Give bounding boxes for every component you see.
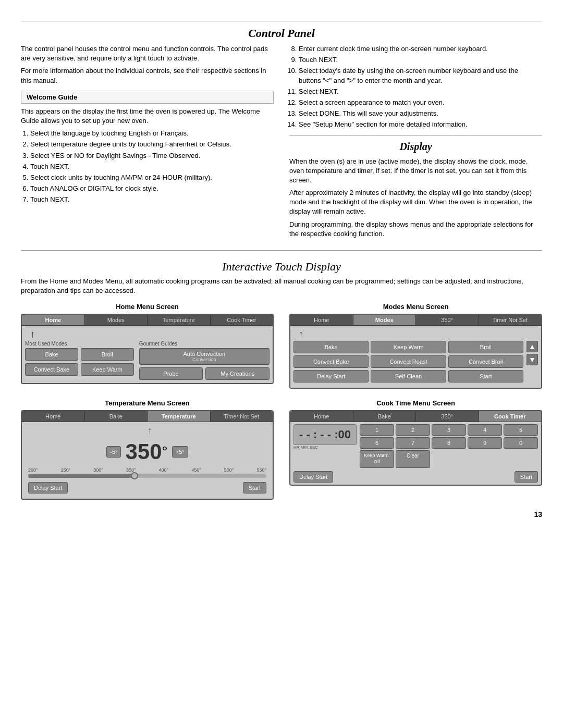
- cooktime-num-4[interactable]: 4: [468, 424, 502, 436]
- temp-display-row: -5° 350° +5°: [25, 439, 270, 464]
- temp-scale-labels: 200° 250° 300° 350° 400° 450° 500° 550°: [28, 467, 266, 473]
- itd-title: Interactive Touch Display: [21, 260, 542, 274]
- home-body: ↑ Most Used Modes Bake Broil Convect Bak…: [22, 326, 273, 383]
- bake-button[interactable]: Bake: [25, 348, 78, 361]
- home-tab-modes[interactable]: Modes: [85, 315, 148, 325]
- temp-tab-bake[interactable]: Bake: [85, 411, 148, 422]
- modes-screen-block: Modes Menu Screen Home Modes 350° Timer …: [289, 303, 542, 389]
- step-14: See "Setup Menu" section for more detail…: [299, 120, 542, 129]
- modes-delay-start-btn[interactable]: Delay Start: [293, 370, 369, 382]
- cooktime-tab-temp[interactable]: 350°: [416, 411, 479, 422]
- modes-screen-label: Modes Menu Screen: [289, 303, 542, 311]
- cooktime-tab-bake[interactable]: Bake: [353, 411, 417, 422]
- broil-button[interactable]: Broil: [81, 348, 134, 361]
- probe-button[interactable]: Probe: [139, 367, 203, 380]
- cooktime-time-sub: HR:MIN:SEC: [293, 445, 357, 450]
- temp-delay-start-btn[interactable]: Delay Start: [28, 482, 68, 493]
- cooktime-nav-bar: Home Bake 350° Cook Timer: [290, 411, 541, 422]
- modes-tab-timer[interactable]: Timer Not Set: [479, 315, 542, 325]
- scroll-up-btn[interactable]: ▲: [527, 341, 538, 352]
- modes-start-btn[interactable]: Start: [448, 370, 523, 382]
- modes-keepwarm-btn[interactable]: Keep Warm: [371, 341, 446, 353]
- modes-self-clean-btn[interactable]: Self-Clean: [371, 370, 446, 382]
- temp-tab-temperature[interactable]: Temperature: [148, 411, 211, 422]
- temp-tab-home[interactable]: Home: [22, 411, 85, 422]
- step-5: Select clock units by touching AM/PM or …: [30, 173, 274, 182]
- modes-arrow-up: ↑: [293, 329, 538, 340]
- step-4: Touch NEXT.: [30, 162, 274, 171]
- temp-slider-thumb[interactable]: [131, 472, 138, 479]
- cooktime-tab-home[interactable]: Home: [290, 411, 353, 422]
- step-11: Select NEXT.: [299, 87, 542, 96]
- step-6: Touch ANALOG or DIGITAL for clock style.: [30, 184, 274, 193]
- step-13: Select DONE. This will save your adjustm…: [299, 109, 542, 118]
- home-screen-label: Home Menu Screen: [21, 303, 274, 311]
- cooktime-delay-start-btn[interactable]: Delay Start: [293, 471, 333, 483]
- cooktime-num-0[interactable]: 0: [504, 437, 538, 449]
- modes-tab-home[interactable]: Home: [290, 315, 353, 325]
- modes-convect-broil-btn[interactable]: Convect Broil: [448, 355, 523, 368]
- modes-scroll-buttons: ▲ ▼: [527, 341, 538, 365]
- control-panel-para1: The control panel houses the control men…: [21, 44, 274, 63]
- cooktime-num-5[interactable]: 5: [504, 424, 538, 436]
- most-used-label: Most Used Modes: [25, 341, 134, 347]
- home-nav-bar: Home Modes Temperature Cook Timer: [22, 315, 273, 326]
- cooktime-num-6[interactable]: 6: [360, 437, 394, 449]
- modes-tab-temp[interactable]: 350°: [416, 315, 479, 325]
- temp-start-btn[interactable]: Start: [243, 482, 266, 493]
- home-tab-temperature[interactable]: Temperature: [148, 315, 211, 325]
- home-gourmet: Gourmet Guides Auto Convection Conversio…: [139, 341, 270, 380]
- modes-tab-modes[interactable]: Modes: [353, 315, 417, 325]
- probe-mycreations-row: Probe My Creations: [139, 367, 270, 380]
- step-2: Select temperature degree units by touch…: [30, 140, 274, 149]
- cooktime-num-1[interactable]: 1: [360, 424, 394, 436]
- itd-section: Interactive Touch Display From the Home …: [21, 260, 542, 500]
- modes-broil-btn[interactable]: Broil: [448, 341, 523, 353]
- most-used-row2: Convect Bake Keep Warm: [25, 363, 134, 376]
- temp-slider-track[interactable]: [28, 474, 266, 478]
- cooktime-time-area: - - : - - :00 HR:MIN:SEC: [293, 424, 357, 467]
- cooktime-keepwarm-btn[interactable]: Keep Warm:Off: [360, 450, 394, 467]
- cooktime-screen-block: Cook Time Menu Screen Home Bake 350° Coo…: [289, 399, 542, 500]
- temp-unit: °: [162, 444, 168, 460]
- convect-bake-button[interactable]: Convect Bake: [25, 363, 78, 376]
- temp-minus-btn[interactable]: -5°: [106, 446, 121, 458]
- keep-warm-button[interactable]: Keep Warm: [81, 363, 134, 376]
- step-10: Select today's date by using the on-scre…: [299, 66, 542, 85]
- step-12: Select a screen appearance to match your…: [299, 98, 542, 107]
- temp-plus-btn[interactable]: +5°: [172, 446, 188, 458]
- itd-desc: From the Home and Modes Menu, all automa…: [21, 277, 542, 295]
- scroll-down-btn[interactable]: ▼: [527, 354, 538, 365]
- cooktime-time-display: - - : - - :00: [293, 424, 357, 445]
- cooktime-tab-timer[interactable]: Cook Timer: [479, 411, 542, 422]
- my-creations-button[interactable]: My Creations: [205, 367, 270, 380]
- cooktime-clear-btn[interactable]: Clear: [396, 450, 430, 467]
- temp-scale-bar: 200° 250° 300° 350° 400° 450° 500° 550°: [28, 467, 266, 478]
- temp-screen-label: Temperature Menu Screen: [21, 399, 274, 407]
- home-tab-cooktimer[interactable]: Cook Timer: [211, 315, 273, 325]
- temp-screen-block: Temperature Menu Screen Home Bake Temper…: [21, 399, 274, 500]
- auto-conv-button[interactable]: Auto Convection Conversion: [139, 348, 270, 365]
- display-title: Display: [289, 141, 542, 153]
- temp-tab-timer[interactable]: Timer Not Set: [211, 411, 273, 422]
- modes-bake-btn[interactable]: Bake: [293, 341, 369, 353]
- cooktime-num-8[interactable]: 8: [432, 437, 466, 449]
- display-para1: When the oven (s) are in use (active mod…: [289, 157, 542, 186]
- welcome-guide-box: Welcome Guide: [21, 91, 274, 104]
- cooktime-num-9[interactable]: 9: [468, 437, 502, 449]
- right-steps: Enter current clock time using the on-sc…: [299, 44, 542, 130]
- cooktime-screen-label: Cook Time Menu Screen: [289, 399, 542, 407]
- home-most-used: Most Used Modes Bake Broil Convect Bake …: [25, 341, 134, 380]
- home-screen-block: Home Menu Screen Home Modes Temperature …: [21, 303, 274, 389]
- display-para3: During programming, the display shows me…: [289, 220, 542, 239]
- modes-convect-bake-btn[interactable]: Convect Bake: [293, 355, 369, 368]
- cooktime-num-7[interactable]: 7: [396, 437, 430, 449]
- cooktime-num-2[interactable]: 2: [396, 424, 430, 436]
- gourmet-label: Gourmet Guides: [139, 341, 270, 347]
- home-screen: Home Modes Temperature Cook Timer ↑ Most…: [21, 314, 274, 384]
- cooktime-start-btn[interactable]: Start: [515, 471, 538, 483]
- modes-convect-roast-btn[interactable]: Convect Roast: [371, 355, 446, 368]
- home-tab-home[interactable]: Home: [22, 315, 85, 325]
- modes-body: ↑ Bake Keep Warm Broil Convect Bake Conv…: [290, 326, 541, 388]
- cooktime-num-3[interactable]: 3: [432, 424, 466, 436]
